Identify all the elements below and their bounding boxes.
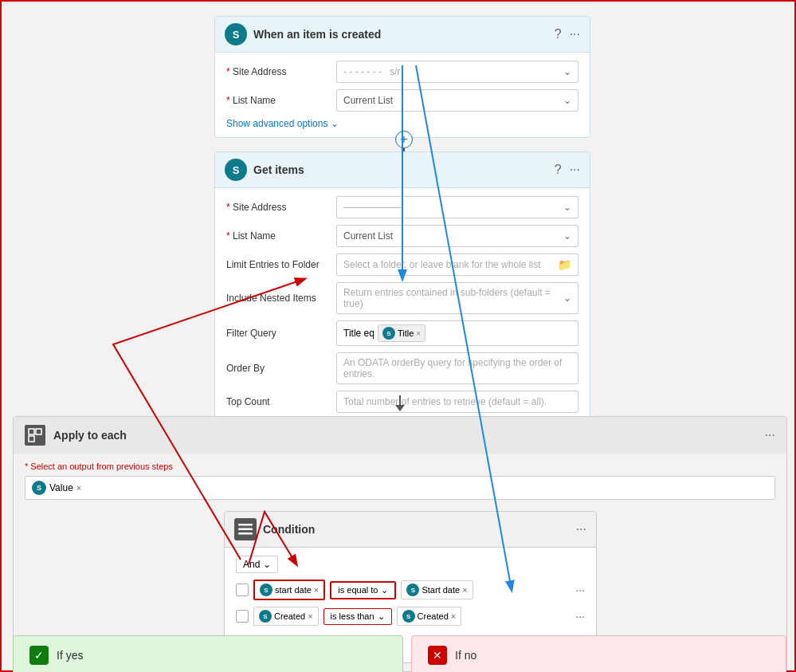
cond-chip-close-1r[interactable]: ×	[462, 585, 467, 595]
get-items-topcount-row: Top Count Total number of entries to ret…	[226, 391, 578, 413]
trigger-card-title: When an item is created	[253, 28, 548, 41]
select-output-label: * Select an output from previous steps	[25, 462, 775, 471]
cond-chip-startdate-right: S Start date ×	[401, 580, 473, 599]
branch-yes: ✓ If yes	[13, 635, 403, 672]
trigger-list-name-value: Current List	[343, 95, 393, 106]
cond-operator-2[interactable]: is less than ⌄	[323, 608, 392, 625]
branch-yes-icon: ✓	[29, 646, 49, 665]
get-items-site-row: Site Address —————— ⌄	[226, 196, 578, 218]
get-items-more-icon[interactable]: ···	[570, 163, 580, 177]
condition-row-2: S Created × is less than ⌄ S Created ×	[236, 607, 585, 626]
cond-operator-arrow-2: ⌄	[378, 611, 385, 622]
trigger-site-address-value: - - - - - - - s/r	[343, 66, 400, 77]
cond-chip-icon-1: S	[260, 584, 273, 596]
apply-each-icon	[25, 425, 45, 446]
get-items-topcount-input[interactable]: Total number of entries to retrieve (def…	[336, 391, 578, 413]
trigger-help-icon[interactable]: ?	[555, 27, 562, 41]
branch-yes-label: If yes	[57, 649, 83, 662]
get-items-header: S Get items ? ···	[215, 152, 590, 188]
svg-rect-4	[238, 529, 253, 531]
cond-chip-created-left: S Created ×	[253, 607, 319, 626]
cond-chip-created-right: S Created ×	[397, 607, 462, 626]
flow-canvas: S When an item is created ? ··· Site Add…	[0, 0, 796, 672]
cond-chip-icon-1r: S	[406, 584, 419, 596]
get-items-orderby-placeholder: An ODATA orderBy query for specifying th…	[343, 357, 571, 379]
cond-chip-label-1: start date	[275, 585, 312, 595]
get-items-folder-label: Limit Entries to Folder	[226, 259, 330, 270]
cond-chip-label-1r: Start date	[422, 585, 460, 595]
filter-chip-icon: S	[382, 327, 395, 340]
trigger-card-body: Site Address - - - - - - - s/r ⌄ List Na…	[215, 53, 590, 137]
branch-no-label: If no	[455, 649, 476, 662]
svg-rect-1	[36, 429, 41, 434]
branch-no: ✕ If no	[411, 635, 786, 672]
trigger-list-name-input[interactable]: Current List ⌄	[336, 89, 578, 112]
get-items-nested-row: Include Nested Items Return entries cont…	[226, 282, 578, 314]
trigger-site-address-input[interactable]: - - - - - - - s/r ⌄	[336, 61, 578, 83]
value-chip-close[interactable]: ×	[76, 483, 81, 493]
get-items-orderby-row: Order By An ODATA orderBy query for spec…	[226, 352, 578, 384]
svg-rect-2	[29, 436, 34, 442]
svg-rect-5	[238, 532, 253, 535]
trigger-list-name-arrow: ⌄	[563, 95, 571, 106]
svg-rect-0	[29, 429, 34, 434]
apply-each-container: Apply to each ··· * Select an output fro…	[13, 416, 787, 672]
get-items-filter-input[interactable]: Title eq S Title ×	[336, 320, 578, 346]
cond-more-2[interactable]: ···	[575, 610, 585, 623]
get-items-site-value: ——————	[343, 202, 401, 213]
svg-rect-3	[238, 524, 253, 526]
cond-chip-startdate-left: S start date ×	[253, 580, 325, 600]
cond-checkbox-1[interactable]	[236, 584, 249, 596]
trigger-card-actions: ? ···	[555, 27, 580, 41]
branch-no-icon: ✕	[428, 646, 447, 665]
trigger-card-header: S When an item is created ? ···	[215, 17, 590, 53]
get-items-folder-placeholder: Select a folder, or leave blank for the …	[343, 259, 540, 270]
cond-more-1[interactable]: ···	[575, 584, 585, 596]
get-items-listname-arrow: ⌄	[563, 230, 571, 242]
and-chevron-icon: ⌄	[263, 559, 271, 570]
get-items-listname-value: Current List	[343, 230, 393, 242]
get-items-orderby-label: Order By	[226, 363, 330, 374]
cond-chip-close-2r[interactable]: ×	[451, 611, 456, 621]
get-items-help-icon[interactable]: ?	[555, 163, 562, 177]
trigger-card-icon: S	[225, 23, 247, 45]
condition-header: Condition ···	[225, 512, 596, 548]
get-items-nested-input[interactable]: Return entries contained in sub-folders …	[336, 282, 578, 314]
get-items-topcount-label: Top Count	[226, 396, 330, 407]
trigger-site-address-label: Site Address	[226, 66, 330, 77]
cond-operator-1[interactable]: is equal to ⌄	[330, 581, 396, 599]
get-items-orderby-input[interactable]: An ODATA orderBy query for specifying th…	[336, 352, 578, 384]
trigger-chevron-icon: ⌄	[331, 118, 339, 129]
trigger-list-name-row: List Name Current List ⌄	[226, 89, 578, 112]
get-items-listname-input[interactable]: Current List ⌄	[336, 225, 578, 247]
get-items-filter-label: Filter Query	[226, 328, 330, 339]
filter-query-text: Title eq	[343, 328, 374, 339]
filter-chip: S Title ×	[378, 324, 425, 342]
trigger-site-address-row: Site Address - - - - - - - s/r ⌄	[226, 61, 578, 83]
get-items-actions: ? ···	[555, 163, 580, 177]
cond-chip-close-1[interactable]: ×	[314, 585, 319, 595]
value-chip: S Value ×	[32, 481, 81, 495]
trigger-show-advanced[interactable]: Show advanced options ⌄	[226, 118, 578, 129]
folder-icon: 📁	[558, 258, 571, 271]
value-chip-row: S Value ×	[25, 476, 775, 500]
get-items-folder-input[interactable]: Select a folder, or leave blank for the …	[336, 253, 578, 276]
get-items-filter-row: Filter Query Title eq S Title ×	[226, 320, 578, 346]
get-items-nested-value: Return entries contained in sub-folders …	[343, 287, 563, 309]
cond-chip-label-2r: Created	[418, 611, 449, 621]
cond-chip-label-2: Created	[274, 611, 305, 621]
value-chip-label: Value	[49, 482, 73, 493]
trigger-more-icon[interactable]: ···	[570, 27, 580, 41]
get-items-site-label: Site Address	[226, 202, 330, 213]
condition-more-icon[interactable]: ···	[576, 522, 586, 536]
get-items-site-input[interactable]: —————— ⌄	[336, 196, 578, 218]
and-select[interactable]: And ⌄	[236, 556, 278, 573]
trigger-card: S When an item is created ? ··· Site Add…	[214, 16, 590, 138]
cond-chip-icon-2: S	[259, 610, 272, 623]
get-items-site-arrow: ⌄	[563, 202, 571, 213]
apply-each-more-icon[interactable]: ···	[765, 428, 775, 442]
apply-each-header: Apply to each ···	[14, 417, 786, 454]
filter-chip-close[interactable]: ×	[416, 329, 421, 338]
cond-chip-close-2[interactable]: ×	[308, 611, 312, 621]
cond-checkbox-2[interactable]	[236, 610, 249, 623]
